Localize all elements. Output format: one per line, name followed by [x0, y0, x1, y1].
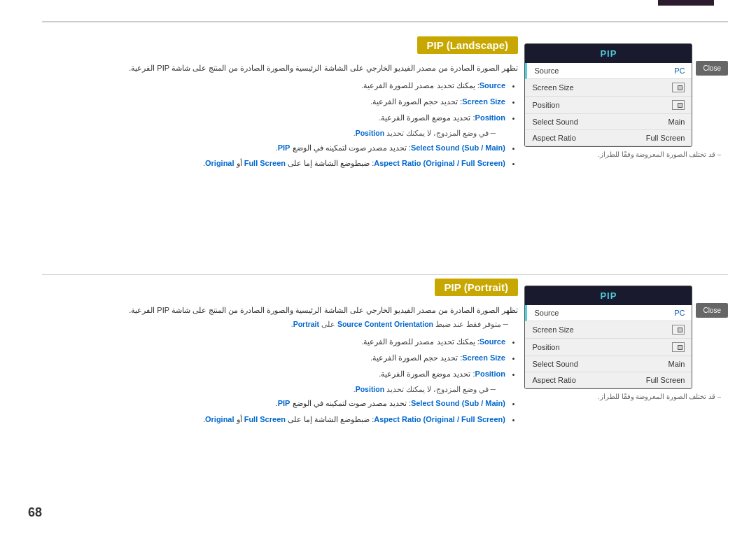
pip-row-label: Select Sound [532, 360, 668, 368]
panel-area-portrait: PIP Source PC Screen Size [532, 279, 728, 513]
items-list-1: Source: يمكنك تحديد مصدر للصورة الفرعية.… [42, 78, 518, 171]
close-button-1[interactable]: Close [696, 61, 728, 76]
list-item: (Sub / Main) Select Sound: تحديد مصدر صو… [42, 141, 505, 155]
panel-with-close-1: PIP Source PC Screen Size [524, 36, 728, 147]
pip-row-label: Source [534, 66, 674, 75]
top-line [42, 21, 728, 22]
pip-panel-header-1: PIP [525, 44, 692, 63]
key-sound-1: (Sub / Main) Select Sound [411, 143, 505, 152]
section-divider [42, 274, 728, 275]
position-icon-2 [672, 342, 685, 352]
page-number: 68 [28, 505, 42, 520]
pip-panel-portrait: PIP Source PC Screen Size [524, 286, 692, 389]
pip-row-value: Full Screen [646, 376, 685, 384]
pip-row-value: PC [674, 66, 685, 75]
text-area-landscape: PIP (Landscape) تظهر الصورة الصادرة من م… [42, 36, 532, 271]
list-item: (Sub / Main) Select Sound: تحديد مصدر صو… [42, 396, 505, 411]
arabic-text-landscape: تظهر الصورة الصادرة من مصدر الفيديو الخا… [42, 61, 518, 171]
key-position-1: Position [475, 113, 505, 122]
key-screensize-1: Screen Size [462, 97, 505, 106]
pip-row-value: Full Screen [646, 134, 685, 142]
pip-row-label: Position [532, 343, 672, 351]
list-item: Position: تحديد موضع الصورة الفرعية. [42, 111, 505, 125]
pip-row-label: Screen Size [532, 83, 672, 92]
footnote-1: – قد تختلف الصورة المعروضة وفقًا للطراز. [598, 150, 728, 158]
note-position-1: ─ في وضع المزدوج، لا يمكنك تحديد Positio… [42, 127, 505, 141]
section-title-portrait: PIP (Portrait) [435, 279, 518, 296]
sections-wrapper: PIP (Landscape) تظهر الصورة الصادرة من م… [42, 36, 728, 513]
intro-text-2: تظهر الصورة الصادرة من مصدر الفيديو الخا… [42, 303, 518, 318]
pip-row-label: Aspect Ratio [532, 376, 645, 384]
list-item: Position: تحديد موضع الصورة الفرعية. [42, 367, 505, 381]
section-landscape: PIP (Landscape) تظهر الصورة الصادرة من م… [42, 36, 728, 271]
arabic-text-portrait: تظهر الصورة الصادرة من مصدر الفيديو الخا… [42, 303, 518, 427]
pip-row-label: Select Sound [532, 118, 668, 126]
pip-panel-landscape: PIP Source PC Screen Size [524, 43, 692, 147]
panel-area-landscape: PIP Source PC Screen Size [532, 36, 728, 271]
pip-row-sound-1[interactable]: Select Sound Main [525, 114, 692, 130]
note-orientation: ─ متوفر فقط عند ضبط Source Content Orien… [42, 318, 518, 332]
pip-row-value: Main [668, 360, 685, 368]
pip-row-screensize-1[interactable]: Screen Size [525, 79, 692, 97]
key-position-2: Position [475, 370, 505, 378]
key-sound-2: (Sub / Main) Select Sound [411, 399, 505, 407]
pip-row-source-1[interactable]: Source PC [525, 63, 692, 79]
page-container: PIP (Landscape) تظهر الصورة الصادرة من م… [0, 0, 756, 534]
key-source-2: Source [479, 337, 505, 346]
pip-row-aspect-2[interactable]: Aspect Ratio Full Screen [525, 372, 692, 388]
footnote-2: – قد تختلف الصورة المعروضة وفقًا للطراز. [598, 393, 728, 400]
note-position-2: ─ في وضع المزدوج، لا يمكنك تحديد Positio… [42, 383, 505, 397]
close-button-2[interactable]: Close [696, 303, 728, 318]
list-item: Source: يمكنك تحديد مصدر للصورة الفرعية. [42, 335, 505, 349]
list-item: Screen Size: تحديد حجم الصورة الفرعية. [42, 94, 505, 109]
list-item: Source: يمكنك تحديد مصدر للصورة الفرعية. [42, 78, 505, 93]
accent-bar [658, 0, 714, 6]
pip-row-position-2[interactable]: Position [525, 339, 692, 356]
key-aspect-1: (Original / Full Screen) Aspect Ratio [374, 159, 505, 167]
section-portrait: PIP (Portrait) تظهر الصورة الصادرة من مص… [42, 279, 728, 513]
pip-row-source-2[interactable]: Source PC [525, 305, 692, 321]
list-item: (Original / Full Screen) Aspect Ratio: ض… [42, 156, 505, 171]
pip-row-label: Position [532, 101, 672, 109]
pip-row-label: Screen Size [532, 325, 672, 334]
pip-row-screensize-2[interactable]: Screen Size [525, 321, 692, 339]
pip-row-label: Aspect Ratio [532, 134, 645, 142]
list-item: (Original / Full Screen) Aspect Ratio: ض… [42, 412, 505, 427]
pip-row-aspect-1[interactable]: Aspect Ratio Full Screen [525, 130, 692, 146]
intro-text-1: تظهر الصورة الصادرة من مصدر الفيديو الخا… [42, 61, 518, 76]
pip-row-value: PC [674, 309, 685, 317]
pip-panel-body-1: Source PC Screen Size Position [525, 63, 692, 146]
items-list-2: Source: يمكنك تحديد مصدر للصورة الفرعية.… [42, 335, 518, 427]
key-source-1: Source [479, 81, 505, 90]
pip-row-label: Source [534, 309, 674, 317]
list-item: Screen Size: تحديد حجم الصورة الفرعية. [42, 351, 505, 365]
pip-panel-body-2: Source PC Screen Size Position [525, 305, 692, 388]
panel-with-close-2: PIP Source PC Screen Size [524, 279, 728, 389]
screen-size-icon [672, 83, 685, 92]
position-icon [672, 100, 685, 110]
section-title-landscape: PIP (Landscape) [417, 36, 518, 54]
screen-size-icon-2 [672, 325, 685, 335]
key-screensize-2: Screen Size [462, 353, 505, 362]
text-area-portrait: PIP (Portrait) تظهر الصورة الصادرة من مص… [42, 279, 532, 513]
key-aspect-2: (Original / Full Screen) Aspect Ratio [374, 415, 505, 423]
pip-row-value: Main [668, 118, 685, 126]
pip-row-sound-2[interactable]: Select Sound Main [525, 356, 692, 372]
pip-row-position-1[interactable]: Position [525, 97, 692, 114]
pip-panel-header-2: PIP [525, 286, 692, 305]
